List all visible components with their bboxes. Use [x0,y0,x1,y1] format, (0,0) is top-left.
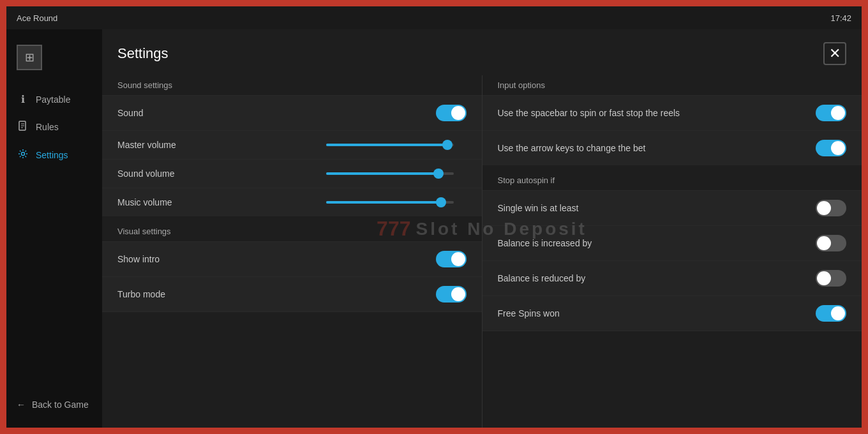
music-volume-track [326,201,454,204]
paytable-icon: ℹ [17,93,29,105]
balance-reduced-toggle-knob [817,271,831,285]
setting-row-sound: Sound [102,95,482,130]
rules-icon [17,121,29,133]
stop-autospin-header: Stop autospin if [483,170,862,190]
setting-row-music-volume: Music volume [102,188,482,216]
balance-reduced-toggle[interactable] [816,270,846,287]
sidebar-item-paytable[interactable]: ℹ Paytable [6,86,102,113]
free-spins-won-toggle-knob [831,306,845,320]
show-intro-toggle[interactable] [436,251,467,267]
single-win-toggle-knob [817,201,831,215]
sound-label: Sound [117,108,143,118]
music-volume-label: Music volume [117,197,172,207]
master-volume-label: Master volume [117,140,176,150]
balance-reduced-label: Balance is reduced by [498,273,586,283]
balance-increased-toggle[interactable] [816,235,846,251]
setting-row-balance-reduced: Balance is reduced by [483,260,862,296]
master-volume-fill [326,144,447,146]
sound-settings-header: Sound settings [102,75,482,95]
back-label: Back to Game [32,400,89,410]
balance-increased-label: Balance is increased by [498,238,592,248]
balance-increased-toggle-knob [817,236,831,250]
setting-row-turbo-mode: Turbo mode [102,276,482,312]
settings-left-column: Sound settings Sound Master volume [102,75,483,428]
spacebar-spin-toggle-knob [831,106,845,120]
setting-row-sound-volume: Sound volume [102,159,482,188]
close-icon: ✕ [829,45,841,62]
show-intro-toggle-knob [451,252,465,266]
sound-toggle[interactable] [436,105,467,121]
back-icon: ← [17,400,26,410]
logo-button[interactable]: ⊞ [17,45,42,70]
sound-volume-label: Sound volume [117,168,175,179]
sidebar-label-rules: Rules [36,122,59,132]
setting-row-show-intro: Show intro [102,241,482,276]
settings-icon [17,149,29,161]
svg-point-4 [22,153,25,156]
spacebar-spin-label: Use the spacebar to spin or fast stop th… [498,108,680,118]
clock: 17:42 [830,13,851,23]
setting-row-balance-increased: Balance is increased by [483,225,862,260]
top-bar: Ace Round 17:42 [6,6,862,29]
input-options-header: Input options [483,75,862,95]
free-spins-won-toggle[interactable] [816,305,846,322]
logo-icon: ⊞ [25,50,34,64]
setting-row-free-spins-won: Free Spins won [483,296,862,331]
sidebar-item-settings[interactable]: Settings [6,141,102,169]
arrow-keys-bet-toggle-knob [831,141,845,155]
settings-content: Sound settings Sound Master volume [102,75,862,428]
setting-row-spacebar-spin: Use the spacebar to spin or fast stop th… [483,95,862,130]
music-volume-thumb[interactable] [436,197,446,207]
music-volume-slider[interactable] [326,201,467,204]
back-to-game-button[interactable]: ← Back to Game [6,392,102,417]
single-win-label: Single win is at least [498,203,579,213]
close-button[interactable]: ✕ [823,42,846,65]
setting-row-arrow-keys-bet: Use the arrow keys to change the bet [483,130,862,165]
sound-volume-slider[interactable] [326,172,467,175]
arrow-keys-bet-label: Use the arrow keys to change the bet [498,143,646,153]
sound-toggle-knob [451,106,465,120]
turbo-mode-label: Turbo mode [117,289,165,299]
master-volume-track [326,144,454,146]
spacebar-spin-toggle[interactable] [816,105,846,121]
arrow-keys-bet-toggle[interactable] [816,140,846,156]
turbo-mode-toggle-knob [451,287,465,301]
sound-volume-fill [326,172,438,175]
settings-panel: 777 Slot No Deposit Settings ✕ Sound set… [102,29,862,428]
music-volume-fill [326,201,441,204]
sidebar-item-rules[interactable]: Rules [6,113,102,141]
turbo-mode-toggle[interactable] [436,286,467,303]
single-win-toggle[interactable] [816,200,846,216]
sidebar-label-settings: Settings [36,150,68,160]
app-title: Ace Round [17,13,57,23]
master-volume-thumb[interactable] [442,140,453,150]
sidebar-label-paytable: Paytable [36,94,70,105]
sound-volume-thumb[interactable] [433,168,444,179]
settings-title: Settings [117,45,168,62]
visual-settings-header: Visual settings [102,221,482,241]
free-spins-won-label: Free Spins won [498,308,560,318]
settings-right-column: Input options Use the spacebar to spin o… [483,75,862,428]
setting-row-single-win: Single win is at least [483,190,862,225]
sound-volume-track [326,172,454,175]
settings-header: Settings ✕ [102,29,862,75]
sidebar: ⊞ ℹ Paytable Rules [6,29,102,428]
show-intro-label: Show intro [117,254,160,264]
setting-row-master-volume: Master volume [102,130,482,159]
master-volume-slider[interactable] [326,144,467,146]
